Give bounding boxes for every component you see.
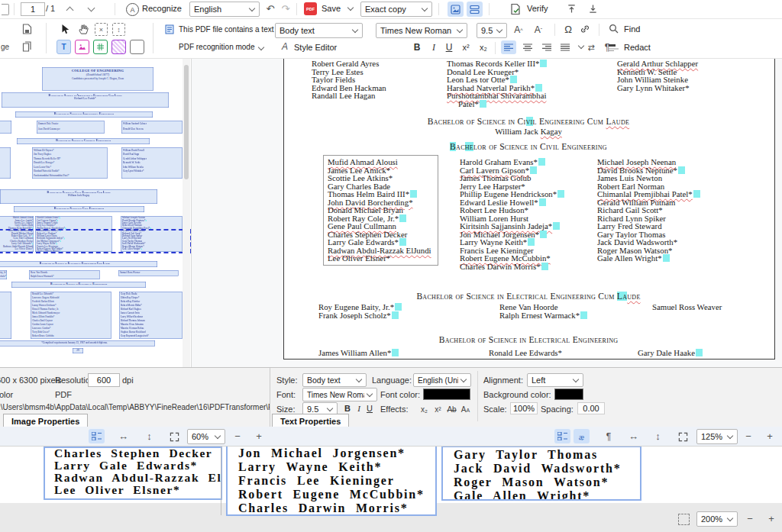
subscript-button[interactable]: x₂ (477, 41, 490, 53)
thumb-chem-header-region[interactable]: Bachelor of Science in Chemical Engineer… (17, 138, 150, 144)
thumbnail-view-icon[interactable] (89, 429, 105, 443)
resolution-input[interactable] (88, 373, 120, 387)
doc-top-column-3[interactable]: Gerald Arthur SchlapperKenneth W. Settle… (617, 60, 698, 92)
effect-smallcaps-icon[interactable]: Aa (460, 404, 471, 414)
style-editor-button[interactable]: Style Editor (294, 43, 337, 52)
thumb-name-region[interactable]: Ronald Lee Edwards*Lawrence Eugene Kirkw… (31, 292, 111, 339)
fit-height-icon[interactable]: ↕ (142, 429, 157, 443)
thumb-name-region[interactable] (0, 292, 11, 339)
text-zoom-out-button[interactable]: − (742, 429, 755, 443)
civil-cum-laude-header[interactable]: Bachelor of Science in Civil Engineering… (283, 117, 774, 126)
fit-page-icon[interactable] (167, 430, 181, 443)
font-select-props[interactable]: Times New Roman (302, 388, 377, 401)
thumb-name-region[interactable]: William Sanford GehnerDonald Glen Steven… (121, 121, 183, 134)
doc-elec-cl-column-1[interactable]: Roy Eugene Baity, Jr.*Frank Joseph Schol… (318, 303, 402, 319)
thumb-name-region[interactable]: Samuel Ross Weaver (118, 270, 179, 276)
page-up-icon[interactable] (64, 4, 75, 15)
recognize-button[interactable]: Recognize (142, 4, 182, 13)
thumb-civil-header-region[interactable]: Bachelor of Science in Civil Engineering (14, 206, 144, 212)
redo-icon[interactable]: ↷ (280, 2, 292, 15)
alignment-select[interactable]: Left (527, 373, 583, 387)
spacing-input[interactable]: 0.00 (577, 402, 605, 414)
closeup-region-3[interactable]: Gary Taylor ThomasJack David Wadsworth*R… (441, 447, 641, 501)
hyperlink-icon[interactable] (579, 23, 591, 35)
superscript-button[interactable]: x² (459, 41, 473, 53)
text-editor-pane[interactable]: Robert Gerald AyresTerry Lee EstesTaylor… (192, 59, 782, 367)
italic-button[interactable]: I (428, 41, 440, 53)
thumb-name-region[interactable]: William Eli Haynes*Jim Tracy HughesThoma… (32, 147, 108, 179)
doc-elec-column-2[interactable]: Ronald Lee Edwards* (489, 349, 562, 357)
pdf-save-icon[interactable]: PDF (304, 2, 317, 15)
find-button[interactable]: Find (624, 24, 640, 34)
recognition-area-tool[interactable] (130, 40, 144, 54)
doc-top-column-1[interactable]: Robert Gerald AyresTerry Lee EstesTaylor… (312, 60, 386, 100)
bold-toggle[interactable]: B (342, 402, 353, 414)
copy-page-icon[interactable] (21, 40, 33, 53)
table-area-tool[interactable] (93, 40, 108, 54)
doc-elec-cl-column-2[interactable]: Rene Van HoordeRalph Ernest Warmack* (499, 303, 587, 319)
closeup-zoom-select[interactable]: 200% (696, 511, 738, 527)
closeup-select-icon[interactable] (678, 514, 690, 525)
spellcheck-icon[interactable]: æ~ (574, 429, 590, 443)
thumb-name-region[interactable] (0, 147, 11, 179)
redact-button[interactable]: Redact (624, 43, 651, 52)
effect-subscript-icon[interactable]: x₂ (418, 404, 430, 414)
text-thumbnail-view-icon[interactable] (554, 429, 570, 443)
doc-elec-cl-column-3[interactable]: Samuel Ross Weaver (652, 303, 722, 311)
page-down-icon[interactable] (86, 4, 96, 15)
thumb-page-number-region[interactable]: 29 (73, 348, 83, 353)
text-fit-page-icon[interactable] (676, 430, 690, 443)
language-select-props[interactable]: English (United (413, 373, 471, 387)
verify-button[interactable]: Verify (527, 4, 548, 13)
text-fit-width-icon[interactable]: ↔ (626, 429, 641, 443)
align-left-button[interactable] (501, 40, 516, 54)
reorder-area-icon[interactable]: ↕ (112, 23, 125, 36)
align-right-button[interactable] (539, 40, 554, 54)
underline-button[interactable]: U (443, 41, 455, 53)
closeup-region-2[interactable]: Jon Michael Jorgensen*Larry Wayne Keith*… (226, 447, 437, 516)
elec-header[interactable]: Bachelor of Science in Electrical Engine… (283, 335, 774, 344)
save-page-icon[interactable] (21, 23, 33, 35)
recognition-mode-dropdown[interactable]: PDF recognition mode (179, 43, 268, 51)
effect-superscript-icon[interactable]: x² (432, 404, 444, 414)
closeup-region-1[interactable]: Charles Stephen Decker Larry Gale Edward… (44, 447, 222, 500)
font-family-select[interactable]: Times New Roman (376, 23, 467, 38)
layout-mode-select[interactable]: Exact copy (360, 2, 432, 17)
save-menu-chevron-icon[interactable] (347, 5, 354, 11)
delete-area-icon[interactable]: × (95, 23, 108, 36)
effect-strikethrough-icon[interactable]: Ab (446, 404, 457, 414)
undo-icon[interactable]: ↶ (264, 2, 276, 15)
align-more-chevron-icon[interactable] (578, 43, 584, 49)
doc-civil-column-1[interactable]: Mufid Ahmad AlousiJames Lee Amick*Scotti… (328, 158, 431, 263)
thumb-agri-header-region[interactable]: Bachelor of Science in Agricultural Engi… (15, 111, 153, 118)
doc-civil-column-3[interactable]: Michael Joseph NeenanDavid Brooks Neptun… (597, 158, 700, 263)
thumb-elec-header-region[interactable]: Bachelor of Science in Electrical Engine… (11, 282, 146, 288)
image-properties-tab[interactable]: Image Properties (3, 414, 88, 427)
doc-top-column-2[interactable]: Thomas Records Keller III*Donald Lee Kru… (447, 60, 547, 108)
thumb-elec-cum-laude-header-region[interactable]: Bachelor of Science in Electrical Engine… (0, 261, 157, 267)
background-picture-area-tool[interactable] (111, 40, 126, 54)
increase-font-icon[interactable]: A^ (512, 24, 525, 36)
go-next-error-icon[interactable] (586, 2, 599, 15)
underline-toggle[interactable]: U (365, 402, 374, 414)
selection-marquee[interactable] (0, 229, 191, 253)
thumb-footnote-region[interactable]: *Completed requirements January 23, 1967… (0, 340, 155, 347)
image-zoom-select[interactable]: 60% (187, 429, 225, 444)
decrease-font-icon[interactable]: Aˇ (532, 24, 545, 36)
zoom-in-button[interactable]: + (253, 429, 265, 443)
closeup-zoom-in-button[interactable]: + (765, 511, 777, 525)
text-area-tool[interactable]: T (57, 40, 71, 54)
fit-width-icon[interactable]: ↔ (116, 429, 131, 443)
do c-civil-column-2[interactable]: Harold Graham Evans*Carl Lavern Gipson*J… (460, 158, 564, 270)
text-fit-height-icon[interactable]: ↕ (651, 429, 665, 443)
language-select[interactable]: English (189, 2, 260, 17)
civil-header[interactable]: Bachelor of Science in Civil Engineering (283, 142, 774, 151)
style-select[interactable]: Body text (302, 373, 367, 387)
thumb-name-region[interactable]: Gary Dale HaakeEldon Ray Harper*Robert R… (119, 292, 183, 339)
formatting-marks-icon[interactable]: ¶ (603, 429, 615, 443)
doc-elec-column-3[interactable]: Gary Dale Haake (638, 349, 703, 357)
page-thumbnail[interactable]: COLLEGE OF ENGINEERING (Established 1877… (0, 59, 191, 367)
go-previous-error-icon[interactable] (565, 2, 577, 15)
font-color-swatch[interactable] (423, 389, 470, 400)
civil-cum-laude-name[interactable]: William Jack Kagay (283, 127, 774, 136)
